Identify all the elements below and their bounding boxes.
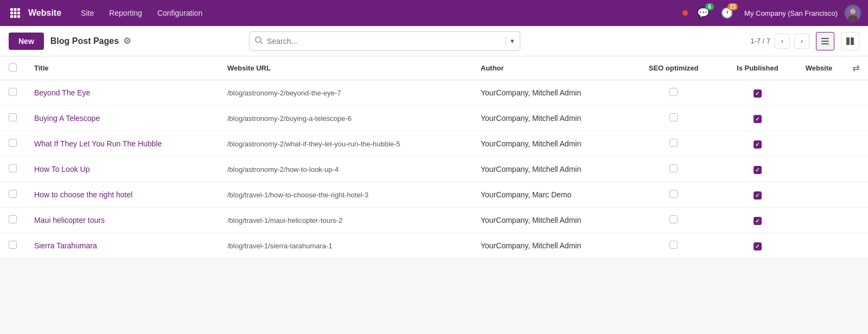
seo-optimized-checkbox[interactable] — [669, 215, 678, 223]
activity-button[interactable]: 🕐 23 — [718, 4, 736, 22]
blog-post-url: /blog/travel-1/maui-helicopter-tours-2 — [219, 208, 472, 233]
author-column-header[interactable]: Author — [472, 56, 629, 80]
is-published-cell[interactable] — [718, 233, 797, 259]
blog-post-author: YourCompany, Mitchell Admin — [472, 208, 629, 233]
blog-post-title[interactable]: Buying A Telescope — [34, 114, 100, 123]
is-published-checkbox[interactable] — [754, 191, 762, 200]
row-checkbox-cell[interactable] — [0, 208, 25, 233]
published-column-header[interactable]: Is Published — [718, 56, 797, 80]
table-row: How to choose the right hotel/blog/trave… — [0, 182, 868, 208]
blog-post-author: YourCompany, Marc Demo — [472, 182, 629, 208]
row-checkbox-cell[interactable] — [0, 106, 25, 131]
row-checkbox[interactable] — [9, 215, 17, 223]
svg-rect-7 — [14, 15, 17, 18]
row-checkbox-cell[interactable] — [0, 131, 25, 157]
top-navigation: Website Site Reporting Configuration 💬 6… — [0, 0, 868, 26]
blog-post-url: /blog/astronomy-2/how-to-look-up-4 — [219, 157, 472, 182]
seo-column-header[interactable]: SEO optimized — [629, 56, 718, 80]
seo-optimized-cell[interactable] — [629, 182, 718, 208]
is-published-checkbox[interactable] — [754, 242, 762, 251]
kanban-view-button[interactable] — [841, 32, 859, 50]
select-all-checkbox[interactable] — [9, 63, 17, 72]
is-published-checkbox[interactable] — [754, 140, 762, 149]
data-table-container: Title Website URL Author SEO optimized I… — [0, 56, 868, 259]
table-row: Buying A Telescope/blog/astronomy-2/buyi… — [0, 106, 868, 131]
is-published-checkbox[interactable] — [754, 115, 762, 123]
is-published-cell[interactable] — [718, 80, 797, 106]
user-avatar[interactable] — [844, 4, 861, 22]
row-checkbox[interactable] — [9, 113, 17, 121]
seo-optimized-cell[interactable] — [629, 80, 718, 106]
row-checkbox[interactable] — [9, 190, 17, 198]
row-checkbox-cell[interactable] — [0, 80, 25, 106]
blog-post-title[interactable]: How to choose the right hotel — [34, 190, 132, 199]
blog-posts-table: Title Website URL Author SEO optimized I… — [0, 56, 868, 259]
website-column-header[interactable]: Website ⇄ — [797, 56, 868, 80]
blog-post-title[interactable]: Beyond The Eye — [34, 88, 90, 97]
company-name[interactable]: My Company (San Francisco) — [744, 9, 838, 17]
seo-optimized-cell[interactable] — [629, 106, 718, 131]
is-published-cell[interactable] — [718, 208, 797, 233]
seo-optimized-checkbox[interactable] — [669, 241, 678, 249]
search-input[interactable] — [267, 37, 503, 46]
row-checkbox[interactable] — [9, 88, 17, 96]
website-cell — [797, 157, 868, 182]
pagination: 1-7 / 7 ‹ › — [750, 34, 809, 49]
svg-rect-6 — [10, 15, 13, 18]
nav-brand[interactable]: Website — [28, 8, 61, 18]
seo-optimized-cell[interactable] — [629, 208, 718, 233]
select-all-header[interactable] — [0, 56, 25, 80]
title-column-header[interactable]: Title — [25, 56, 219, 80]
row-checkbox[interactable] — [9, 241, 17, 249]
svg-rect-14 — [821, 38, 829, 39]
is-published-cell[interactable] — [718, 106, 797, 131]
row-checkbox-cell[interactable] — [0, 233, 25, 259]
svg-rect-3 — [10, 12, 13, 15]
row-checkbox-cell[interactable] — [0, 182, 25, 208]
seo-optimized-checkbox[interactable] — [669, 113, 678, 121]
blog-post-title[interactable]: Maui helicopter tours — [34, 216, 105, 224]
is-published-cell[interactable] — [718, 157, 797, 182]
pagination-prev-button[interactable]: ‹ — [775, 34, 790, 49]
url-column-header[interactable]: Website URL — [219, 56, 472, 80]
nav-reporting[interactable]: Reporting — [103, 5, 149, 21]
row-checkbox[interactable] — [9, 139, 17, 147]
seo-optimized-checkbox[interactable] — [669, 164, 678, 172]
blog-post-title[interactable]: Sierra Tarahumara — [34, 241, 97, 250]
search-dropdown-button[interactable]: ▾ — [506, 37, 514, 45]
table-row: Beyond The Eye/blog/astronomy-2/beyond-t… — [0, 80, 868, 106]
seo-optimized-checkbox[interactable] — [669, 190, 678, 198]
chat-button[interactable]: 💬 6 — [694, 4, 712, 22]
list-view-button[interactable] — [816, 32, 834, 50]
is-published-cell[interactable] — [718, 182, 797, 208]
seo-optimized-checkbox[interactable] — [669, 139, 678, 147]
blog-post-title[interactable]: What If They Let You Run The Hubble — [34, 139, 162, 148]
nav-site[interactable]: Site — [74, 5, 100, 21]
website-cell — [797, 182, 868, 208]
new-button[interactable]: New — [9, 33, 44, 50]
is-published-checkbox[interactable] — [754, 217, 762, 225]
seo-optimized-cell[interactable] — [629, 157, 718, 182]
is-published-checkbox[interactable] — [754, 89, 762, 98]
website-cell — [797, 208, 868, 233]
pagination-text: 1-7 / 7 — [750, 37, 770, 45]
pagination-next-button[interactable]: › — [794, 34, 809, 49]
column-adjust-icon[interactable]: ⇄ — [852, 63, 859, 73]
nav-configuration[interactable]: Configuration — [151, 5, 209, 21]
svg-rect-1 — [14, 8, 17, 11]
seo-optimized-cell[interactable] — [629, 233, 718, 259]
svg-line-13 — [260, 42, 262, 43]
svg-rect-4 — [14, 12, 17, 15]
is-published-checkbox[interactable] — [754, 166, 762, 174]
toolbar: New Blog Post Pages ⚙ ▾ 1-7 / 7 ‹ › — [0, 26, 868, 56]
settings-icon[interactable]: ⚙ — [123, 36, 131, 46]
is-published-cell[interactable] — [718, 131, 797, 157]
table-row: Maui helicopter tours/blog/travel-1/maui… — [0, 208, 868, 233]
row-checkbox-cell[interactable] — [0, 157, 25, 182]
apps-menu-icon[interactable] — [7, 4, 24, 22]
seo-optimized-checkbox[interactable] — [669, 88, 678, 96]
row-checkbox[interactable] — [9, 164, 17, 172]
svg-rect-8 — [17, 15, 20, 18]
blog-post-title[interactable]: How To Look Up — [34, 165, 90, 174]
seo-optimized-cell[interactable] — [629, 131, 718, 157]
